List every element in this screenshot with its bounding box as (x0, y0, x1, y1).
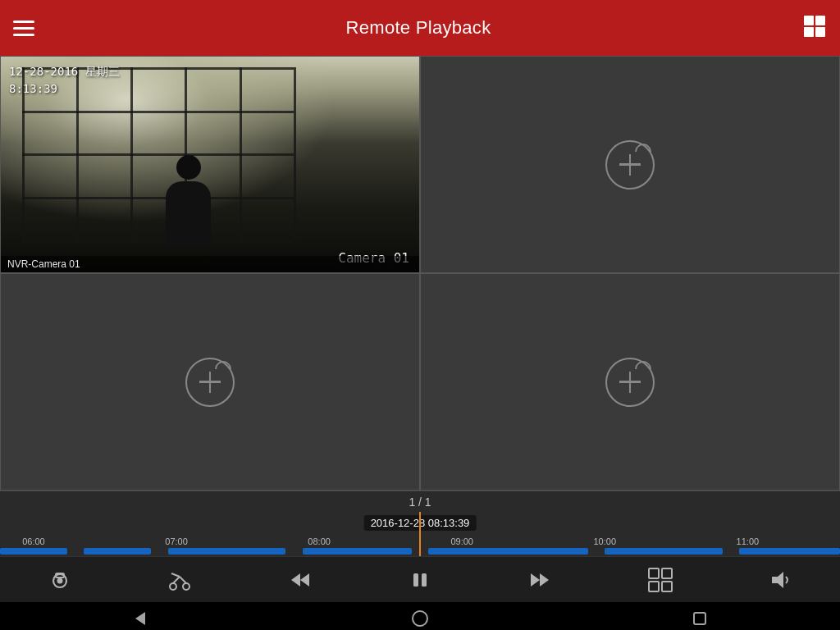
camera-1-cell[interactable]: 12-28-2016 星期三 8:13:39 Camera 01 NVR-Cam… (0, 56, 420, 273)
svg-line-10 (180, 577, 186, 583)
clip-button[interactable] (165, 565, 194, 595)
pause-button[interactable] (405, 565, 435, 595)
svg-marker-16 (531, 573, 540, 587)
time-mark-3: 09:00 (450, 536, 473, 546)
svg-rect-15 (422, 573, 427, 587)
home-button[interactable] (409, 607, 431, 630)
cam1-label-bar: NVR-Camera 01 (1, 256, 419, 272)
svg-rect-3 (815, 27, 825, 37)
svg-rect-20 (649, 582, 659, 591)
recording-bars (0, 548, 840, 556)
cam1-timestamp: 12-28-2016 星期三 8:13:39 (9, 63, 120, 98)
svg-rect-0 (804, 16, 814, 25)
camera-4-cell[interactable] (420, 273, 840, 491)
add-camera-4-icon[interactable] (605, 358, 655, 407)
snapshot-button[interactable] (45, 565, 75, 595)
camera-2-cell[interactable] (420, 56, 840, 273)
svg-rect-19 (662, 568, 672, 578)
control-bar (0, 556, 840, 602)
top-bar: Remote Playback (0, 0, 840, 56)
menu-icon[interactable] (13, 21, 34, 36)
video-grid: 12-28-2016 星期三 8:13:39 Camera 01 NVR-Cam… (0, 56, 840, 491)
svg-line-11 (171, 573, 180, 577)
add-camera-3-icon[interactable] (185, 358, 235, 407)
add-camera-2-icon[interactable] (605, 140, 655, 189)
svg-point-8 (183, 583, 189, 590)
svg-line-9 (173, 577, 180, 583)
svg-rect-1 (815, 16, 825, 25)
rewind-button[interactable] (285, 565, 315, 595)
layout-toggle-icon[interactable] (802, 14, 827, 42)
svg-rect-25 (694, 613, 705, 624)
svg-rect-21 (662, 582, 672, 591)
svg-rect-14 (413, 573, 418, 587)
svg-marker-13 (300, 573, 309, 587)
svg-point-6 (57, 578, 63, 583)
svg-marker-22 (772, 572, 783, 588)
svg-marker-17 (540, 573, 549, 587)
page-indicator: 1 / 1 (0, 491, 840, 512)
app-title: Remote Playback (346, 17, 491, 39)
svg-rect-2 (804, 27, 814, 37)
svg-marker-23 (135, 612, 145, 625)
svg-point-24 (413, 611, 427, 626)
svg-point-7 (170, 583, 176, 590)
time-mark-0: 06:00 (22, 536, 45, 546)
recents-button[interactable] (688, 607, 711, 630)
fast-forward-button[interactable] (525, 565, 555, 595)
time-mark-1: 07:00 (165, 536, 188, 546)
timeline-area[interactable]: 2016-12-28 08:13:39 06:00 07:00 08:00 09… (0, 512, 840, 556)
time-mark-2: 08:00 (308, 536, 331, 546)
svg-rect-18 (649, 568, 659, 578)
volume-button[interactable] (765, 565, 795, 595)
camera-3-cell[interactable] (0, 273, 420, 491)
back-button[interactable] (129, 607, 152, 630)
multiscreen-button[interactable] (646, 565, 675, 595)
time-mark-4: 10:00 (594, 536, 617, 546)
android-nav-bar (0, 602, 840, 630)
timeline-ruler: 06:00 07:00 08:00 09:00 10:00 11:00 (0, 530, 840, 546)
time-mark-5: 11:00 (737, 536, 760, 546)
svg-marker-12 (291, 573, 300, 587)
